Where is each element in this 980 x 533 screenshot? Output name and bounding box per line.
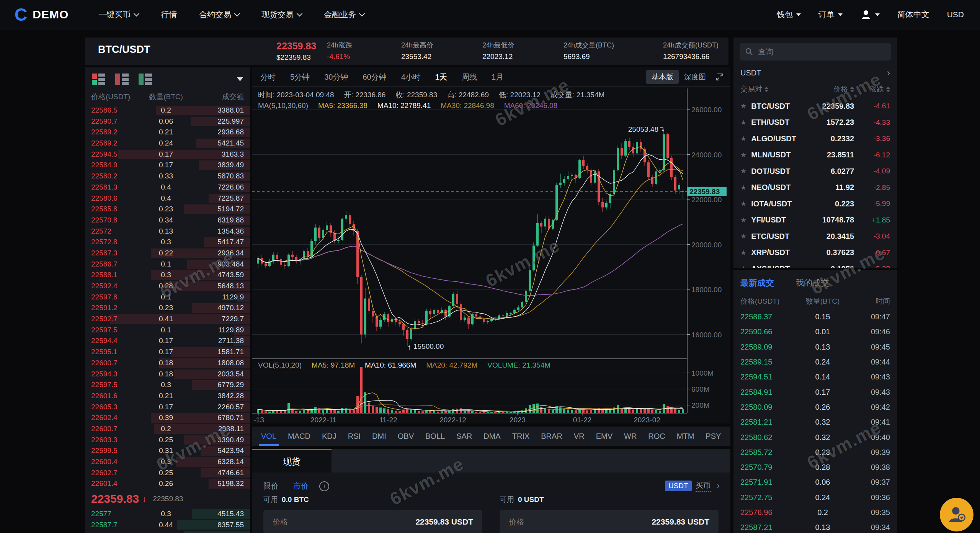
orderbook-ask-row[interactable]: 22605.30.172260.57 xyxy=(85,402,250,413)
timeframe-tab[interactable]: 60分钟 xyxy=(363,72,386,82)
orderbook-ask-row[interactable]: 22591.20.234970.12 xyxy=(85,302,250,314)
orderbook-ask-row[interactable]: 22594.40.172711.38 xyxy=(85,335,250,347)
orderbook-ask-row[interactable]: 22570.80.346319.88 xyxy=(85,215,250,226)
orderbook-ask-row[interactable]: 22580.60.47225.87 xyxy=(85,193,250,204)
nav-item-0[interactable]: 一键买币 xyxy=(98,9,139,20)
nav-language[interactable]: 简体中文 xyxy=(897,9,929,20)
orderbook-ask-row[interactable]: 22601.60.213842.28 xyxy=(85,391,250,402)
current-price-row[interactable]: 22359.83 ↓ 22359.83 xyxy=(85,489,250,508)
orderbook-ask-row[interactable]: 22603.30.253390.49 xyxy=(85,435,250,446)
pair-row[interactable]: ★MLN/USDT23.8511-6.12 xyxy=(733,147,897,163)
pair-row[interactable]: ★YFI/USDT10748.78+1.85 xyxy=(733,212,897,229)
indicator-tab-roc[interactable]: ROC xyxy=(648,427,665,446)
orderbook-ask-row[interactable]: 22602.70.254746.61 xyxy=(85,468,250,479)
orderbook-ask-row[interactable]: 22597.50.36779.29 xyxy=(85,379,250,391)
tab-latest-trades[interactable]: 最新成交 xyxy=(740,277,774,289)
indicator-tab-brar[interactable]: BRAR xyxy=(541,427,562,446)
orderbook-ask-row[interactable]: 22597.50.11129.89 xyxy=(85,325,250,336)
orderbook-ask-row[interactable]: 22590.70.06225.997 xyxy=(85,116,250,127)
chart-area[interactable]: 26000.0024000.0022000.0020000.0018000.00… xyxy=(252,87,730,424)
fullscreen-icon[interactable] xyxy=(715,72,724,82)
pair-row[interactable]: ★AXS/USDT0.1956-5.28 xyxy=(733,261,897,268)
orderbook-bid-row[interactable]: 22592.80.121129.7 xyxy=(85,530,250,533)
market-order-tab[interactable]: 市价 xyxy=(293,481,309,491)
pair-row[interactable]: ★IOTA/USDT0.223-5.99 xyxy=(733,196,897,212)
depth-view-button[interactable]: 深度图 xyxy=(679,70,711,84)
indicator-tab-psy[interactable]: PSY xyxy=(706,427,721,446)
indicator-tab-rsi[interactable]: RSI xyxy=(348,427,361,446)
indicator-tab-obv[interactable]: OBV xyxy=(398,427,414,446)
orderbook-ask-row[interactable]: 22597.80.11129.9 xyxy=(85,292,250,303)
orderbook-ask-row[interactable]: 22589.20.212936.68 xyxy=(85,127,250,138)
favorite-star-icon[interactable]: ★ xyxy=(740,216,746,224)
orderbook-ask-row[interactable]: 22600.40.36328.14 xyxy=(85,456,250,468)
pair-row[interactable]: ★XRP/USDT0.37623-0.67 xyxy=(733,245,897,261)
search-input[interactable] xyxy=(757,47,881,57)
tab-my-trades[interactable]: 我的成交 xyxy=(795,277,829,289)
limit-order-tab[interactable]: 限价 xyxy=(263,481,279,491)
pair-row[interactable]: ★BTC/USDT22359.83-4.61 xyxy=(733,98,897,114)
indicator-tab-trix[interactable]: TRIX xyxy=(512,427,530,446)
search-box[interactable] xyxy=(740,43,891,60)
indicator-tab-dmi[interactable]: DMI xyxy=(372,427,386,446)
orderbook-ask-row[interactable]: 22581.30.47226.06 xyxy=(85,182,250,193)
col-change[interactable]: 涨跌 xyxy=(854,84,890,94)
orderbook-ask-row[interactable]: 22585.80.235194.72 xyxy=(85,204,250,215)
nav-account[interactable] xyxy=(860,9,880,20)
buy-coin-link[interactable]: 买币 xyxy=(696,480,711,492)
orderbook-ask-row[interactable]: 22594.50.173163.3 xyxy=(85,149,250,160)
nav-currency[interactable]: USD xyxy=(947,10,964,19)
timeframe-tab[interactable]: 分时 xyxy=(260,72,276,82)
favorite-star-icon[interactable]: ★ xyxy=(740,118,746,127)
favorite-star-icon[interactable]: ★ xyxy=(740,102,746,110)
orderbook-ask-row[interactable]: 22587.30.222936.34 xyxy=(85,248,250,259)
tab-spot[interactable]: 现货 xyxy=(252,449,332,473)
nav-item-2[interactable]: 合约交易 xyxy=(199,9,239,20)
basic-view-button[interactable]: 基本版 xyxy=(646,70,679,84)
timeframe-tab[interactable]: 周线 xyxy=(462,72,477,82)
orderbook-ask-row[interactable]: 22586.70.1903.484 xyxy=(85,259,250,270)
timeframe-tab[interactable]: 4小时 xyxy=(401,72,421,82)
customer-support-button[interactable]: ♥ xyxy=(940,498,973,531)
favorite-star-icon[interactable]: ★ xyxy=(740,249,746,257)
orderbook-ask-row[interactable]: 22599.50.315423.94 xyxy=(85,445,250,456)
orderbook-ask-row[interactable]: 22600.70.22938.11 xyxy=(85,423,250,435)
candlestick-chart[interactable]: 26000.0024000.0022000.0020000.0018000.00… xyxy=(252,87,730,424)
info-icon[interactable]: i xyxy=(319,481,329,491)
timeframe-tab[interactable]: 5分钟 xyxy=(290,72,310,82)
indicator-tab-macd[interactable]: MACD xyxy=(288,427,310,446)
pair-row[interactable]: ★ETC/USDT20.3415-3.04 xyxy=(733,228,897,245)
orderbook-ask-row[interactable]: 22572.80.35417.47 xyxy=(85,237,250,248)
favorite-star-icon[interactable]: ★ xyxy=(740,199,746,208)
favorite-star-icon[interactable]: ★ xyxy=(740,134,746,143)
timeframe-tab[interactable]: 30分钟 xyxy=(324,72,348,82)
price-input-buy[interactable]: 价格 22359.83 USDT xyxy=(500,510,719,533)
orderbook-ask-row[interactable]: 22592.40.285648.13 xyxy=(85,281,250,292)
orderbook-ask-row[interactable]: 22602.40.396780.71 xyxy=(85,412,250,423)
orderbook-ask-row[interactable]: 22594.30.182033.54 xyxy=(85,369,250,380)
pair-row[interactable]: ★DOT/USDT6.0277-4.09 xyxy=(733,163,897,180)
col-pair[interactable]: 交易对 xyxy=(740,84,806,94)
orderbook-ask-row[interactable]: 22584.90.173839.49 xyxy=(85,160,250,171)
orderbook-bid-row[interactable]: 225770.34515.43 xyxy=(85,508,250,520)
orderbook-ask-row[interactable]: 22595.10.171581.71 xyxy=(85,347,250,358)
nav-item-1[interactable]: 行情 xyxy=(161,9,177,20)
orderbook-ask-row[interactable]: 22586.50.23388.01 xyxy=(85,105,250,116)
pair-row[interactable]: ★ETH/USDT1572.23-4.33 xyxy=(733,114,897,131)
orderbook-ask-row[interactable]: 225720.131354.36 xyxy=(85,226,250,237)
favorite-star-icon[interactable]: ★ xyxy=(740,265,746,268)
nav-item-4[interactable]: 金融业务 xyxy=(324,9,364,20)
favorite-star-icon[interactable]: ★ xyxy=(740,183,746,192)
orderbook-ask-row[interactable]: 22601.40.265198.32 xyxy=(85,478,250,489)
precision-dropdown-icon[interactable] xyxy=(237,77,243,81)
orderbook-ask-row[interactable]: 22580.20.335870.83 xyxy=(85,171,250,182)
favorite-star-icon[interactable]: ★ xyxy=(740,151,746,159)
nav-wallet[interactable]: 钱包 xyxy=(777,9,801,20)
indicator-tab-vr[interactable]: VR xyxy=(574,427,585,446)
timeframe-tab[interactable]: 1天 xyxy=(435,72,447,82)
nav-orders[interactable]: 订单 xyxy=(818,9,843,20)
orderbook-bid-row[interactable]: 22587.70.448357.55 xyxy=(85,520,250,531)
indicator-tab-sar[interactable]: SAR xyxy=(456,427,472,446)
indicator-tab-mtm[interactable]: MTM xyxy=(677,427,694,446)
depth-view-both-icon[interactable] xyxy=(92,74,106,85)
